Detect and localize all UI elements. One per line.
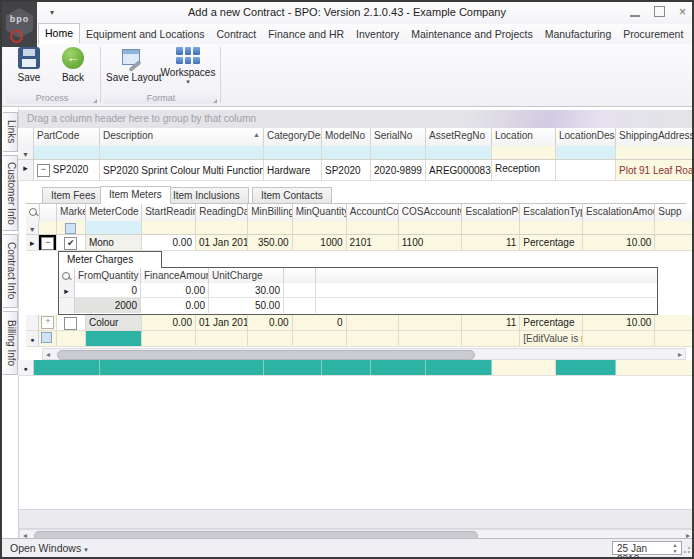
column-header-marked[interactable]: Marked [57,204,86,221]
scrollbar-thumb[interactable] [57,350,475,360]
checkbox-checked-icon[interactable]: ✔ [64,237,77,250]
column-header-unitcharge[interactable]: UnitCharge [209,268,284,283]
detail-tab-item-contacts[interactable]: Item Contacts [252,187,332,204]
filter-cell-readingdate[interactable] [196,221,248,234]
filter-cell-shippingaddress[interactable] [616,146,694,159]
cell-fromquantity[interactable]: 0 [75,283,141,297]
cell-cosaccountcode[interactable]: 1100 [399,235,463,250]
filter-cell-description[interactable] [100,146,264,159]
column-header-shippingaddress[interactable]: ShippingAddress [616,128,694,146]
filter-cell-partcode[interactable] [34,146,100,159]
cell-unitcharge[interactable]: 50.00 [209,298,284,313]
filter-cell-modelno[interactable] [322,146,371,159]
detail-tab-item-fees[interactable]: Item Fees [42,187,104,204]
cell-minbilling[interactable] [248,331,292,346]
column-header-serialno[interactable]: SerialNo [371,128,426,146]
date-editor[interactable]: 25 Jan 2018 ▲▼ [612,541,682,555]
new-cell-shippingaddress[interactable] [616,360,694,375]
ribbon-tab-contract[interactable]: Contract [211,25,263,44]
meters-new-row[interactable]: ● [EditValue is null] [26,331,694,347]
column-header-supp[interactable]: Supp [655,204,694,221]
cell-readingdate[interactable]: 01 Jan 2018 [196,235,248,250]
filter-cell-escalationamount[interactable] [583,221,655,234]
detail-tab-item-meters[interactable]: Item Meters [100,186,171,204]
cell-marked[interactable]: ✔ [57,235,86,250]
expand-cell[interactable]: − [39,235,56,250]
expand-icon[interactable]: + [41,316,54,329]
column-header-modelno[interactable]: ModelNo [322,128,371,146]
filter-cell-metercode[interactable] [86,221,142,234]
cell-supp[interactable] [655,235,694,250]
new-cell-assetregno[interactable] [426,360,492,375]
cell-accountcode[interactable] [347,331,399,346]
column-header-financeamount[interactable]: FinanceAmount [141,268,209,283]
column-header-fromquantity[interactable]: FromQuantity [75,268,141,283]
save-button[interactable]: Save [6,47,52,83]
scroll-left-icon[interactable]: ◂ [46,350,50,359]
grid-new-row[interactable]: ● [18,360,694,376]
filter-cell-supp[interactable] [655,221,694,234]
new-cell-description[interactable] [100,360,264,375]
cell-unitcharge[interactable]: 30.00 [209,283,284,297]
save-layout-button[interactable]: Save Layout [106,47,158,83]
cell-serialno[interactable]: 2020-9899 [371,160,426,180]
cell-escalationtype[interactable]: Percentage [520,315,583,330]
column-header-location[interactable]: Location [492,128,556,146]
filter-cell-cosaccountcode[interactable] [399,221,463,234]
cell-minquantity[interactable]: 0 [293,315,347,330]
new-cell-location[interactable] [492,360,556,375]
filter-cell-accountcode[interactable] [347,221,399,234]
cell-escalationamount[interactable]: 10.00 [583,315,655,330]
cell-accountcode[interactable]: 2101 [347,235,399,250]
maximize-button[interactable] [654,6,665,17]
cell-partcode[interactable]: − SP2020 [34,160,100,180]
new-cell-categorydesc[interactable] [264,360,322,375]
collapse-icon[interactable]: − [37,164,50,177]
ribbon-tab-procurement[interactable]: Procurement [617,25,689,44]
grid-data-row-sp2020[interactable]: ▸ − SP2020 SP2020 Sprint Colour Multi Fu… [18,160,694,181]
search-icon[interactable] [26,204,40,221]
meters-row-colour[interactable]: + Colour 0.00 01 Jan 2018 0.00 0 11 Perc… [26,315,694,331]
cell-description[interactable]: SP2020 Sprint Colour Multi Functional Co… [100,160,264,180]
cell-categorydesc[interactable]: Hardware [264,160,322,180]
ribbon-tab-sales[interactable]: Sales [689,25,694,44]
minimize-button[interactable] [630,6,640,17]
title-bar[interactable]: Add a new Contract - BPO: Version 2.1.0.… [2,2,692,24]
meter-charges-row[interactable]: 2000 0.00 50.00 [59,298,657,313]
cell-cosaccountcode[interactable] [399,331,463,346]
cell-escalationtype[interactable]: Percentage [520,235,583,250]
cell-escalationperiod[interactable] [462,331,520,346]
date-spinner[interactable]: ▲▼ [670,542,680,554]
column-header-description[interactable]: Description▲ [100,128,264,146]
cell-assetregno[interactable]: AREG000083 [426,160,492,180]
cell-shippingaddress[interactable]: Plot 91 Leaf Road, Fo [616,160,694,180]
new-cell-partcode[interactable] [34,360,100,375]
cell-location[interactable]: Reception [492,160,556,180]
ribbon-tab-inventory[interactable]: Inventory [350,25,405,44]
new-cell-locationdesc[interactable] [556,360,616,375]
column-header-metercode[interactable]: MeterCode [86,204,142,221]
cell-locationdesc[interactable] [556,160,616,180]
quick-access-dropdown-icon[interactable]: ▾ [50,8,54,17]
column-header-minbilling[interactable]: MinBilling [248,204,292,221]
cell-metercode-editing[interactable] [86,331,142,346]
cell-minbilling[interactable]: 0.00 [248,315,292,330]
cell-supp[interactable] [655,315,694,330]
filter-cell-startreading[interactable] [142,221,196,234]
cell-accountcode[interactable] [347,315,399,330]
new-cell-modelno[interactable] [322,360,371,375]
cell-minquantity[interactable]: 1000 [293,235,347,250]
dialog-launcher-icon[interactable] [213,99,217,103]
scroll-right-icon[interactable]: ▸ [678,350,682,359]
cell-marked[interactable] [57,315,86,330]
cell-supp[interactable] [655,331,694,346]
side-tab-customer-info[interactable]: Customer Info [3,155,18,231]
column-header-partcode[interactable]: PartCode [34,128,100,146]
checkbox-unchecked-icon[interactable] [64,317,77,330]
column-header-escalationperiod[interactable]: EscalationPeriod [462,204,520,221]
filter-cell-minquantity[interactable] [293,221,347,234]
filter-cell-serialno[interactable] [371,146,426,159]
search-icon[interactable] [59,268,75,283]
cell-financeamount[interactable]: 0.00 [141,283,209,297]
expand-cell[interactable]: + [39,315,56,330]
